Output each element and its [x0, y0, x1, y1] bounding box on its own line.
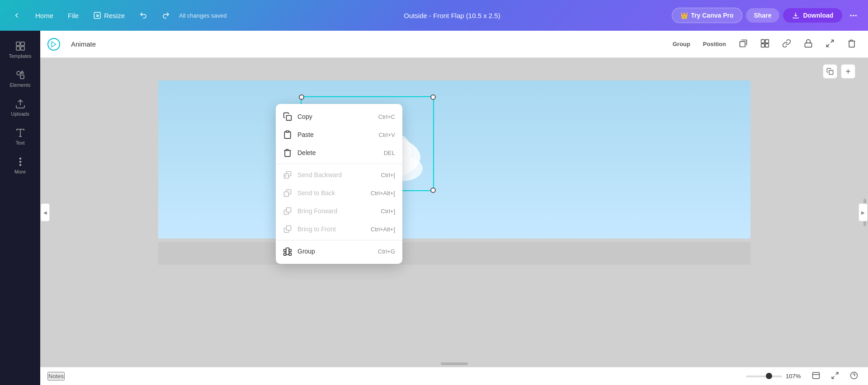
svg-rect-2 — [21, 42, 24, 46]
position-button[interactable]: Position — [698, 38, 731, 50]
save-status: All changes saved — [179, 12, 227, 19]
left-sidebar: Templates Elements Uploads Text More — [0, 0, 40, 385]
svg-rect-32 — [286, 131, 289, 132]
context-menu: Copy Ctrl+C Paste Ctrl+V Delete DEL Send… — [276, 104, 402, 264]
svg-rect-16 — [761, 44, 765, 47]
svg-rect-43 — [286, 248, 289, 255]
canvas-area: ◀ ▶ — [40, 58, 868, 367]
svg-rect-31 — [287, 116, 292, 121]
copy-label: Copy — [297, 113, 373, 120]
doc-title: Outside - Front Flap (10.5 x 2.5) — [236, 12, 669, 19]
more-options-button[interactable]: ··· — [846, 7, 861, 24]
bring-forward-shortcut: Ctrl+] — [381, 208, 395, 215]
send-to-back-shortcut: Ctrl+Alt+[ — [371, 190, 395, 197]
sidebar-item-elements[interactable]: Elements — [2, 65, 38, 92]
sidebar-item-text[interactable]: Text — [2, 123, 38, 150]
duplicate-icon-btn[interactable] — [823, 64, 837, 79]
bring-to-front-label: Bring to Front — [297, 225, 365, 233]
layer-icon-btn-1[interactable] — [734, 36, 752, 52]
undo-button[interactable] — [134, 9, 153, 22]
link-icon-btn[interactable] — [778, 36, 796, 52]
zoom-slider-track[interactable] — [746, 376, 782, 377]
svg-rect-17 — [765, 44, 769, 47]
svg-rect-6 — [20, 75, 24, 79]
resize-icon-btn[interactable] — [821, 36, 839, 52]
notes-button[interactable]: Notes — [47, 372, 65, 380]
svg-point-11 — [19, 161, 21, 163]
secondary-toolbar: Animate Group Position — [40, 31, 868, 58]
svg-point-10 — [19, 158, 21, 160]
help-button[interactable] — [847, 370, 861, 383]
menu-item-paste[interactable]: Paste Ctrl+V — [276, 126, 402, 144]
send-backward-shortcut: Ctrl+[ — [381, 172, 395, 178]
svg-rect-1 — [16, 42, 20, 46]
menu-item-send-to-back[interactable]: Send to Back Ctrl+Alt+[ — [276, 184, 402, 202]
fullscreen-button[interactable] — [828, 370, 842, 383]
svg-line-46 — [836, 372, 838, 375]
group-shortcut: Ctrl+G — [378, 248, 395, 255]
menu-divider-1 — [276, 164, 402, 164]
layer-icon-btn-2[interactable] — [756, 36, 774, 52]
svg-line-19 — [831, 40, 834, 43]
add-page-icon-btn[interactable] — [841, 64, 855, 79]
svg-rect-3 — [16, 47, 20, 50]
paste-shortcut: Ctrl+V — [379, 131, 395, 138]
bottom-bar: Notes 107% — [40, 367, 868, 385]
svg-rect-4 — [21, 47, 24, 50]
bottom-canvas-strip[interactable] — [158, 242, 750, 265]
home-button[interactable]: Home — [30, 9, 59, 22]
svg-rect-36 — [287, 208, 291, 212]
file-button[interactable]: File — [62, 9, 84, 22]
menu-item-send-backward[interactable]: Send Backward Ctrl+[ — [276, 166, 402, 184]
back-button[interactable] — [7, 9, 26, 22]
main-canvas[interactable]: ↻ — [158, 80, 750, 239]
animate-button[interactable]: Animate — [66, 38, 101, 51]
page-view-button[interactable] — [809, 370, 823, 383]
send-backward-label: Send Backward — [297, 171, 376, 178]
svg-rect-34 — [284, 192, 289, 197]
menu-item-bring-forward[interactable]: Bring Forward Ctrl+] — [276, 202, 402, 220]
paste-label: Paste — [297, 131, 373, 138]
svg-rect-15 — [765, 40, 769, 43]
svg-rect-18 — [805, 43, 812, 47]
canvas-wrapper: ↻ — [158, 80, 750, 265]
zoom-percentage: 107% — [786, 373, 804, 380]
zoom-controls: 107% — [746, 373, 804, 380]
zoom-slider-thumb[interactable] — [766, 373, 772, 379]
group-label: Group — [297, 248, 373, 255]
download-button[interactable]: Download — [783, 8, 842, 23]
menu-item-bring-to-front[interactable]: Bring to Front Ctrl+Alt+] — [276, 220, 402, 238]
menu-item-copy[interactable]: Copy Ctrl+C — [276, 108, 402, 126]
svg-rect-37 — [287, 226, 291, 230]
delete-label: Delete — [297, 149, 378, 156]
sidebar-item-more[interactable]: More — [2, 152, 38, 179]
menu-divider-2 — [276, 240, 402, 240]
scroll-hint-bottom — [441, 362, 468, 365]
redo-button[interactable] — [156, 9, 175, 22]
svg-rect-44 — [813, 372, 820, 379]
bring-to-front-shortcut: Ctrl+Alt+] — [371, 226, 395, 233]
svg-point-12 — [19, 164, 21, 166]
delete-icon-btn[interactable] — [843, 36, 861, 52]
svg-rect-13 — [740, 42, 745, 47]
menu-item-delete[interactable]: Delete DEL — [276, 144, 402, 162]
try-canva-pro-button[interactable]: 👑 Try Canva Pro — [672, 8, 742, 23]
svg-point-5 — [17, 71, 20, 75]
sidebar-item-templates[interactable]: Templates — [2, 36, 38, 63]
sidebar-item-uploads[interactable]: Uploads — [2, 94, 38, 121]
handle-bottom-right[interactable] — [430, 188, 436, 193]
svg-line-20 — [827, 44, 830, 47]
collapse-left-btn[interactable]: ◀ — [41, 203, 50, 221]
send-to-back-label: Send to Back — [297, 189, 365, 197]
group-button[interactable]: Group — [668, 38, 695, 50]
bring-forward-label: Bring Forward — [297, 207, 376, 215]
top-header: Home File Resize All changes saved Outsi… — [0, 0, 868, 31]
collapse-right-btn[interactable]: ▶ — [859, 203, 868, 221]
share-button[interactable]: Share — [746, 8, 780, 23]
delete-shortcut: DEL — [384, 150, 395, 156]
resize-button[interactable]: Resize — [88, 9, 130, 22]
menu-item-group[interactable]: Group Ctrl+G — [276, 242, 402, 260]
lock-icon-btn[interactable] — [799, 36, 817, 52]
svg-line-47 — [832, 376, 834, 379]
handle-top-right[interactable] — [430, 94, 436, 100]
